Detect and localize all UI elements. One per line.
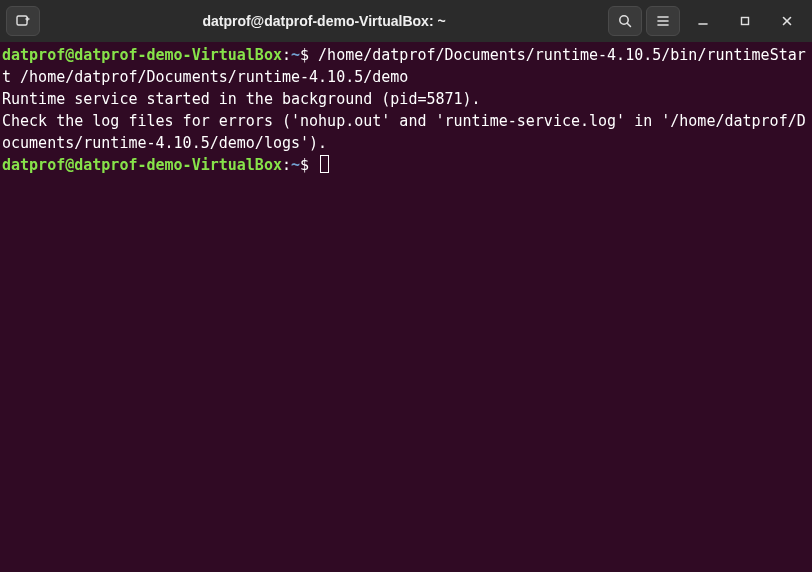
terminal-area[interactable]: datprof@datprof-demo-VirtualBox:~$ /home… — [0, 42, 812, 572]
prompt-path: ~ — [291, 46, 300, 64]
minimize-icon — [696, 14, 710, 28]
prompt-userhost: datprof@datprof-demo-VirtualBox — [2, 156, 282, 174]
maximize-icon — [738, 14, 752, 28]
prompt-line: datprof@datprof-demo-VirtualBox:~$ /home… — [2, 44, 810, 88]
svg-line-2 — [627, 23, 630, 26]
prompt-sep: : — [282, 156, 291, 174]
prompt-dollar: $ — [300, 156, 309, 174]
new-tab-button[interactable] — [6, 6, 40, 36]
prompt-dollar: $ — [300, 46, 309, 64]
search-icon — [617, 13, 633, 29]
output-line: Check the log files for errors ('nohup.o… — [2, 110, 810, 154]
hamburger-icon — [655, 13, 671, 29]
output-line: Runtime service started in the backgroun… — [2, 88, 810, 110]
new-tab-icon — [15, 13, 31, 29]
window-titlebar: datprof@datprof-demo-VirtualBox: ~ — [0, 0, 812, 42]
cursor — [320, 155, 329, 173]
prompt-userhost: datprof@datprof-demo-VirtualBox — [2, 46, 282, 64]
svg-rect-7 — [742, 18, 749, 25]
search-button[interactable] — [608, 6, 642, 36]
prompt-sep: : — [282, 46, 291, 64]
maximize-button[interactable] — [726, 6, 764, 36]
close-icon — [780, 14, 794, 28]
window-title: datprof@datprof-demo-VirtualBox: ~ — [44, 13, 604, 29]
minimize-button[interactable] — [684, 6, 722, 36]
svg-rect-0 — [17, 16, 27, 25]
prompt-line: datprof@datprof-demo-VirtualBox:~$ — [2, 154, 810, 176]
menu-button[interactable] — [646, 6, 680, 36]
prompt-path: ~ — [291, 156, 300, 174]
close-button[interactable] — [768, 6, 806, 36]
